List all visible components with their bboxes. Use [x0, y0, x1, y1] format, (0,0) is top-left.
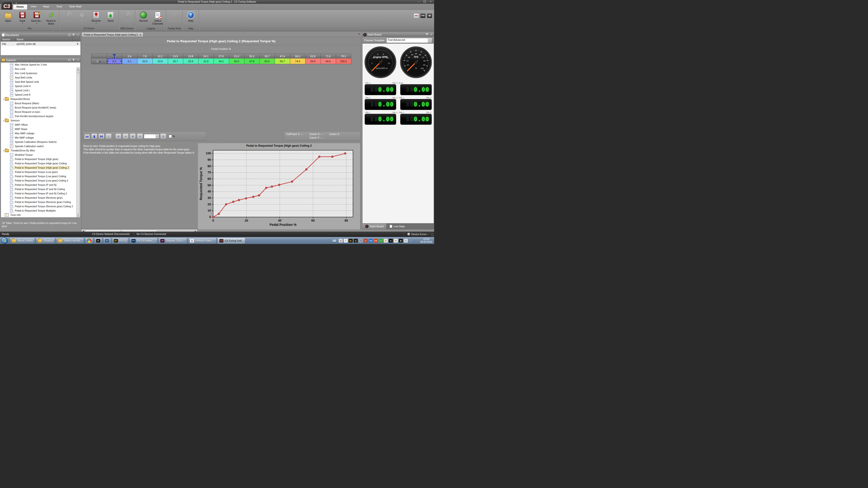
taskbar-clock[interactable]: 12:53 04.09.2016 [420, 238, 432, 243]
table-cell[interactable]: 45.9 [229, 59, 244, 64]
wb2-gauge-icon[interactable]: WB [420, 13, 426, 18]
tree-item[interactable]: ✓Speedo Calibration switch [1, 144, 77, 149]
multiply-button[interactable]: × [130, 133, 136, 139]
tree-item[interactable]: 1:0Speed Limit H [1, 84, 77, 88]
documents-col-source[interactable]: Source [1, 37, 15, 41]
tab-list-dropdown-icon[interactable]: ▼ [358, 33, 360, 35]
tree-item[interactable]: 1:0Speed Limit L [1, 88, 77, 93]
document-tab[interactable]: Pedal to Requested Torque (High gear) Ce… [82, 32, 144, 37]
tree-item[interactable]: 1:0Min MAP voltage [1, 135, 77, 140]
column-header[interactable]: 0 [107, 54, 122, 59]
save-button[interactable]: Save▼ [16, 11, 29, 25]
table-cell[interactable]: 0.0 [107, 59, 122, 64]
table-cell[interactable]: 94.9 [321, 59, 336, 64]
tree-item[interactable]: 1:0MAP Slope [1, 127, 77, 131]
taskbar-button-c3-tuning-soft-[interactable]: C3C3 Tuning Soft... [217, 237, 245, 244]
expand-chevron-icon[interactable]: ∨ [2, 120, 5, 122]
sync-ok-icon[interactable]: ✓ [379, 239, 383, 242]
document-tab-close-icon[interactable]: × [140, 33, 141, 36]
column-header[interactable]: 35.3 [244, 54, 260, 59]
ribbon-tab-view[interactable]: View [27, 4, 40, 9]
start-button[interactable] [1, 237, 8, 244]
table-cell[interactable]: 50.6 [260, 59, 275, 64]
affinity-tray-icon[interactable]: A [389, 239, 393, 242]
fill-row-button[interactable]: ▬ [84, 133, 90, 139]
explorer-scrollbar[interactable]: ▲ ▼ [76, 67, 80, 217]
reflash-tray-icon[interactable]: ▲ [339, 239, 343, 242]
taskbar-button-gripone-2014-i-[interactable]: IdGripone_2014.i... [158, 237, 187, 244]
table-cell[interactable]: 20.0 [137, 59, 153, 64]
table-cell[interactable]: 94.9 [306, 59, 321, 64]
tree-item[interactable]: Pedal to Requested Torque (Low gear) Cei… [1, 178, 77, 183]
column-header[interactable]: 47.4 [275, 54, 290, 59]
tree-item[interactable]: 1:0MAP Offset [1, 123, 77, 127]
column-header[interactable]: 79.3 [336, 54, 351, 59]
bridge-tray-icon[interactable]: Br [349, 239, 353, 242]
table-cell[interactable]: 26.7 [168, 59, 183, 64]
fill-down-button[interactable]: ↓ [105, 133, 112, 139]
combo-caret-icon[interactable]: ▼ [156, 134, 159, 138]
interpolate-button[interactable]: ⋈ [98, 133, 104, 139]
tree-item[interactable]: ∨Sensors [1, 118, 77, 123]
column-header[interactable]: 63.8 [306, 54, 321, 59]
tree-item[interactable]: 1:0Rev Limit hysteresis [1, 71, 77, 75]
network-disconnected-icon[interactable]: × [414, 239, 418, 242]
tree-item[interactable]: Pedal to Requested Torque (High gear) Ce… [1, 165, 77, 170]
documents-float-button[interactable] [67, 34, 71, 36]
cc3-icon[interactable]: C3 [369, 239, 373, 242]
tree-item[interactable]: 1:0Max MAP voltage [1, 131, 77, 135]
expand-chevron-icon[interactable]: ∨ [2, 98, 5, 100]
save-as--button[interactable]: Save As...▼ [30, 11, 43, 25]
dropdown-caret-icon[interactable]: ▼ [36, 23, 38, 24]
column-header[interactable]: 27.6 [214, 54, 229, 59]
column-header[interactable]: 15.5 [168, 54, 183, 59]
tree-item[interactable]: Boost Request (Main) [1, 101, 77, 105]
tree-item[interactable]: Pedal to Requested Torque Multiplier [1, 208, 77, 213]
column-header[interactable]: 39.7 [260, 54, 275, 59]
table-cell[interactable]: 55.7 [275, 59, 290, 64]
tree-item[interactable]: Pedal to Requested Torque (Reverse gear)… [1, 204, 77, 208]
column-header[interactable]: 7.8 [137, 54, 153, 59]
ribbon-tab-tools[interactable]: Tools [53, 4, 66, 9]
taskbar-button-pv-cx[interactable]: BrPV CX [112, 237, 129, 244]
column-header[interactable]: 71.6 [321, 54, 336, 59]
tree-item[interactable]: Pedal to Requested Torque (P and N) Ceil… [1, 187, 77, 191]
tree-item[interactable]: Pedal to Requested Torque (Low gear) [1, 170, 77, 174]
record-button[interactable]: Record [137, 11, 150, 23]
column-header[interactable]: 3.4 [122, 54, 137, 59]
taskbar-button-videos-von-ad-[interactable]: Videos von Ad... [56, 237, 84, 244]
wb2-graph-icon[interactable]: WB [413, 13, 419, 18]
tree-item[interactable]: ✓Seat Belt Limits [1, 75, 77, 80]
tree-item[interactable]: Modeled Torque [1, 153, 77, 157]
help-button[interactable]: ?Help [184, 11, 197, 23]
select-channels-button[interactable]: Select Channels [151, 11, 164, 26]
ribbon-tab-maps[interactable]: Maps [40, 4, 53, 9]
horizontal-splitter-grip[interactable]: ···· [82, 141, 361, 143]
dashboard-close-button[interactable]: × [430, 33, 433, 36]
tree-item[interactable]: Boost Request vs baro [1, 110, 77, 114]
tree-item[interactable]: Part throttle boost/pressure targets [1, 114, 77, 118]
table-cell[interactable]: 34.1 [214, 59, 229, 64]
tree-item[interactable]: 1:0Max Vehicle Speed for 2 foot [1, 63, 77, 67]
documents-panel-header[interactable]: Documents × [1, 33, 81, 37]
documents-col-name[interactable]: Name [15, 37, 73, 41]
explorer-close-button[interactable]: × [76, 59, 80, 62]
taskbar-button-affinity[interactable]: A [94, 237, 102, 244]
column-header[interactable]: 19.8 [183, 54, 198, 59]
set-equal-button[interactable]: = [160, 133, 166, 139]
row-header[interactable]: 1▶ [91, 59, 107, 64]
pen-tool-icon[interactable]: ✎ [394, 239, 398, 242]
creative-cloud-icon[interactable]: ∞ [359, 239, 363, 242]
volume-icon[interactable]: ♪ [409, 239, 413, 242]
minimize-button[interactable]: – [416, 0, 420, 3]
tree-item[interactable]: Pedal to Requested Torque (High gear) [1, 157, 77, 161]
documents-pin-button[interactable] [72, 34, 75, 36]
color-app-icon[interactable]: ◎ [384, 239, 388, 242]
quick-access-caret-icon[interactable]: ▾ [16, 2, 17, 4]
column-header[interactable]: 56.0 [290, 54, 306, 59]
tree-item[interactable]: 1:0Rev Limit [1, 67, 77, 71]
taskbar-button-remote-desktop[interactable]: ⇄ [103, 237, 111, 244]
table-cell[interactable]: 5.1 [122, 59, 137, 64]
tree-item[interactable]: ✎Tune Info [1, 213, 77, 217]
taskbar-button-chrome[interactable] [85, 237, 93, 244]
